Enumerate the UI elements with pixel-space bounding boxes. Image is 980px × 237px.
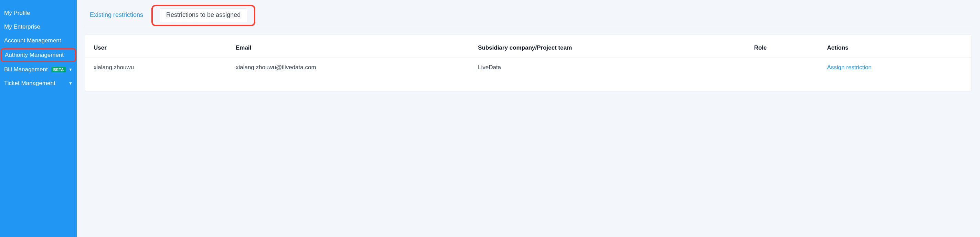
- col-email: Email: [228, 38, 470, 58]
- sidebar-item-label: Ticket Management: [4, 80, 56, 87]
- col-actions: Actions: [819, 38, 971, 58]
- col-role: Role: [746, 38, 819, 58]
- restrictions-table: User Email Subsidiary company/Project te…: [85, 38, 971, 77]
- cell-email: xialang.zhouwu@ilivedata.com: [228, 58, 470, 77]
- table-row: xialang.zhouwu xialang.zhouwu@ilivedata.…: [85, 58, 971, 77]
- tab-label: Restrictions to be assigned: [160, 8, 247, 22]
- cell-user: xialang.zhouwu: [85, 58, 228, 77]
- sidebar-item-label: My Profile: [4, 10, 30, 16]
- sidebar-item-my-enterprise[interactable]: My Enterprise: [0, 20, 77, 34]
- table-header-row: User Email Subsidiary company/Project te…: [85, 38, 971, 58]
- tabs: Existing restrictions Restrictions to be…: [85, 5, 972, 26]
- sidebar-item-bill-management[interactable]: Bill Management BETA ▼: [0, 63, 77, 77]
- beta-badge: BETA: [51, 67, 66, 72]
- cell-actions: Assign restriction: [819, 58, 971, 77]
- sidebar: My Profile My Enterprise Account Managem…: [0, 0, 77, 237]
- app-root: My Profile My Enterprise Account Managem…: [0, 0, 980, 237]
- sidebar-item-label: Authority Management: [5, 52, 64, 59]
- cell-role: [746, 58, 819, 77]
- tab-label: Existing restrictions: [90, 11, 143, 18]
- restrictions-card: User Email Subsidiary company/Project te…: [85, 34, 972, 91]
- cell-subsidiary: LiveData: [470, 58, 746, 77]
- tab-restrictions-to-be-assigned[interactable]: Restrictions to be assigned: [151, 5, 255, 26]
- sidebar-item-label: Account Management: [4, 37, 61, 44]
- assign-restriction-link[interactable]: Assign restriction: [827, 64, 871, 70]
- main-content: Existing restrictions Restrictions to be…: [77, 0, 980, 237]
- sidebar-item-label: My Enterprise: [4, 23, 40, 30]
- chevron-down-icon: ▼: [68, 67, 73, 72]
- tab-existing-restrictions[interactable]: Existing restrictions: [85, 8, 148, 23]
- sidebar-item-authority-management[interactable]: Authority Management: [1, 48, 76, 62]
- chevron-down-icon: ▼: [68, 81, 73, 86]
- sidebar-item-ticket-management[interactable]: Ticket Management ▼: [0, 77, 77, 90]
- col-subsidiary: Subsidiary company/Project team: [470, 38, 746, 58]
- col-user: User: [85, 38, 228, 58]
- sidebar-item-label: Bill Management: [4, 66, 48, 73]
- sidebar-item-account-management[interactable]: Account Management: [0, 34, 77, 48]
- sidebar-item-my-profile[interactable]: My Profile: [0, 6, 77, 20]
